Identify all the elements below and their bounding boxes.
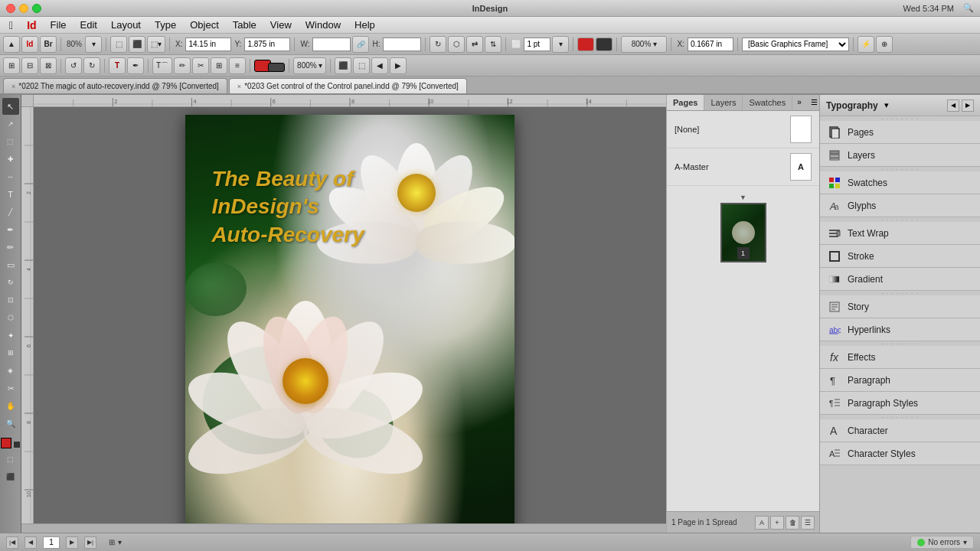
horizontal-scrollbar[interactable]: [21, 523, 666, 533]
align-left-btn[interactable]: ⊞: [3, 57, 20, 74]
panel-item-effects[interactable]: fx Effects: [820, 346, 980, 369]
zoom-display2[interactable]: 800% ▾: [293, 57, 326, 74]
transform-btn3[interactable]: ⬚▾: [147, 36, 165, 53]
tab-close-1[interactable]: ×: [11, 83, 15, 90]
fill-btn[interactable]: [577, 37, 594, 51]
panel-item-layers[interactable]: Layers: [820, 144, 980, 167]
view-mode-preview[interactable]: ⬛: [2, 468, 19, 485]
scissors-btn[interactable]: ✂: [192, 57, 209, 74]
column-btn[interactable]: ≡: [229, 57, 246, 74]
content-tool[interactable]: ↔: [2, 168, 19, 185]
stroke-color-btn[interactable]: [596, 37, 612, 51]
panel-item-character[interactable]: A Character: [820, 419, 980, 442]
typography-arrow[interactable]: ▾: [884, 100, 889, 110]
panel-item-character-styles[interactable]: A Character Styles: [820, 442, 980, 465]
tab-close-2[interactable]: ×: [237, 83, 241, 90]
error-arrow[interactable]: ▾: [963, 538, 967, 546]
rotate-90-btn[interactable]: ↺: [65, 57, 82, 74]
menu-file[interactable]: File: [44, 18, 73, 32]
menu-window[interactable]: Window: [299, 18, 347, 32]
panel-prev-btn[interactable]: ◀: [947, 99, 959, 112]
panel-item-pages[interactable]: Pages: [820, 121, 980, 144]
menu-edit[interactable]: Edit: [74, 18, 103, 32]
shear-btn[interactable]: ⬡: [448, 36, 465, 53]
flip-h-btn[interactable]: ⇄: [466, 36, 483, 53]
page-tool[interactable]: ⬚: [2, 133, 19, 150]
view-mode-normal[interactable]: ⬚: [2, 451, 19, 468]
extra-btn[interactable]: ⊕: [876, 36, 893, 53]
gradient-tool[interactable]: ◈: [2, 362, 19, 379]
line-tool[interactable]: ╱: [2, 204, 19, 220]
scale-tool[interactable]: ⊡: [2, 292, 19, 308]
h-input[interactable]: [383, 37, 421, 51]
panel-menu-btn[interactable]: ☰: [801, 516, 815, 530]
gap-tool[interactable]: ✚: [2, 151, 19, 168]
zoom-level-display[interactable]: 800% ▾: [621, 36, 667, 53]
rotate-cw-btn[interactable]: ↻: [83, 57, 100, 74]
panel-item-stroke[interactable]: Stroke: [820, 245, 980, 268]
shear-tool[interactable]: ⬡: [2, 309, 19, 326]
traffic-lights[interactable]: [6, 4, 41, 13]
panel-item-textwrap[interactable]: Text Wrap: [820, 222, 980, 245]
type-on-path-btn[interactable]: T⌒: [152, 57, 172, 74]
flip-v-btn[interactable]: ⇅: [485, 36, 501, 53]
zoom-tool[interactable]: 🔍: [2, 415, 19, 432]
panel-next-btn[interactable]: ▶: [962, 99, 974, 112]
rectangle-tool[interactable]: ▭: [2, 256, 19, 273]
maximize-button[interactable]: [32, 4, 41, 13]
path-btn[interactable]: ✒: [127, 57, 144, 74]
view-mode-btn1[interactable]: ⬛: [335, 57, 351, 74]
current-page-input[interactable]: [43, 536, 60, 549]
eyedropper-tool[interactable]: ✦: [2, 327, 19, 344]
menu-layout[interactable]: Layout: [105, 18, 147, 32]
stroke-color[interactable]: [13, 441, 21, 448]
error-indicator[interactable]: No errors ▾: [910, 536, 974, 549]
y-input[interactable]: [244, 37, 290, 51]
x-offset-input[interactable]: [688, 37, 733, 51]
panel-item-gradient[interactable]: Gradient: [820, 268, 980, 291]
close-button[interactable]: [6, 4, 15, 13]
panel-item-glyphs[interactable]: Aa Glyphs: [820, 194, 980, 217]
page-thumb-1[interactable]: 1: [720, 203, 766, 262]
search-icon[interactable]: 🔍: [963, 3, 974, 13]
select-tool-btn[interactable]: ▲: [3, 36, 20, 53]
align-right-btn[interactable]: ⊠: [40, 57, 57, 74]
frame-type-select[interactable]: [Basic Graphics Frame]: [742, 37, 849, 51]
last-page-btn[interactable]: ▶|: [84, 536, 96, 549]
panel-item-hyperlinks[interactable]: abc Hyperlinks: [820, 318, 980, 341]
pencil-btn[interactable]: ✏: [174, 57, 191, 74]
rotate-btn[interactable]: ↻: [430, 36, 446, 53]
apple-menu[interactable]: : [3, 18, 19, 33]
panel-tab-pages[interactable]: Pages: [667, 95, 704, 110]
prev-page-status-btn[interactable]: ◀: [24, 536, 37, 549]
menu-table[interactable]: Table: [227, 18, 263, 32]
minimize-button[interactable]: [19, 4, 28, 13]
transform-btn1[interactable]: ⬚: [110, 36, 127, 53]
menu-type[interactable]: Type: [149, 18, 182, 32]
text-frame-btn[interactable]: T: [109, 57, 126, 74]
menu-view[interactable]: View: [264, 18, 298, 32]
menu-help[interactable]: Help: [348, 18, 381, 32]
page-view-arrow[interactable]: ▾: [118, 538, 122, 546]
stroke-input[interactable]: [524, 37, 550, 51]
page-item-none[interactable]: [None]: [667, 111, 819, 148]
next-page-btn[interactable]: ▶: [390, 57, 407, 74]
panel-tab-arrow[interactable]: »: [792, 95, 806, 110]
panel-item-story[interactable]: Story: [820, 295, 980, 318]
view-mode-btn2[interactable]: ⬚: [353, 57, 370, 74]
new-master-btn[interactable]: A: [755, 516, 769, 530]
page-view-btn[interactable]: ⊞ ▾: [109, 538, 122, 546]
document-tab-2[interactable]: × *0203 Get control of the Control panel…: [229, 78, 467, 93]
zoom-dropdown[interactable]: ▾: [85, 36, 102, 53]
spread-view-btn[interactable]: ⊞: [211, 57, 227, 74]
constrain-btn[interactable]: 🔗: [352, 36, 369, 53]
prev-page-btn[interactable]: ◀: [371, 57, 388, 74]
page-item-amaster[interactable]: A-Master A: [667, 148, 819, 186]
type-tool[interactable]: T: [2, 186, 19, 203]
pen-tool[interactable]: ✒: [2, 221, 19, 238]
panel-tab-swatches[interactable]: Swatches: [743, 95, 792, 110]
align-center-btn[interactable]: ⊟: [21, 57, 38, 74]
fill-color[interactable]: [1, 438, 11, 448]
color-stroke-swatch[interactable]: [268, 63, 285, 72]
pencil-tool[interactable]: ✏: [2, 239, 19, 256]
